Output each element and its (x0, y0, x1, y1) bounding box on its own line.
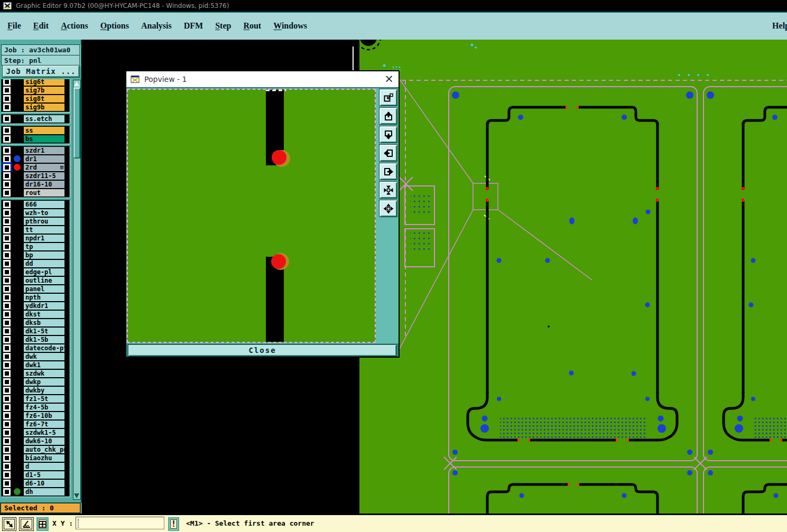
layer-visibility-checkbox[interactable] (3, 268, 11, 276)
pan-right-button[interactable] (379, 163, 397, 180)
layer-row-tt[interactable]: tt (2, 226, 69, 234)
layer-expand-icon[interactable]: ⊞ (60, 164, 63, 171)
layer-row-szdr1[interactable]: szdr1 (2, 146, 69, 155)
layer-visibility-checkbox[interactable] (3, 201, 11, 208)
layer-name[interactable]: 2rd (24, 164, 64, 171)
layer-visibility-checkbox[interactable] (3, 370, 11, 377)
layer-name[interactable]: npdr1 (24, 235, 64, 242)
pan-down-button[interactable] (379, 126, 397, 143)
layer-row-datecode-pt[interactable]: datecode-pt (2, 344, 69, 352)
layer-name[interactable]: sig7b (24, 87, 64, 94)
layer-name[interactable]: dk1-5t (24, 328, 64, 335)
layer-row-sig9b[interactable]: sig9b (2, 103, 69, 111)
layer-row-dk1-5t[interactable]: dk1-5t (2, 327, 69, 335)
layer-name[interactable]: sig9b (24, 104, 64, 111)
layer-visibility-checkbox[interactable] (3, 421, 11, 428)
layer-row-dwk[interactable]: dwk (2, 352, 69, 361)
layer-name[interactable]: fz1-5t (24, 395, 64, 403)
layer-row-dk1-5b[interactable]: dk1-5b (2, 335, 69, 344)
layer-name[interactable]: d1-5 (24, 471, 64, 479)
layer-visibility-checkbox[interactable] (3, 294, 11, 301)
layer-row-ydkdr1[interactable]: ydkdr1 (2, 302, 69, 310)
layer-name[interactable]: tp (24, 243, 64, 250)
layer-name[interactable]: fz4-5b (24, 404, 64, 411)
layer-name[interactable]: 666 (24, 201, 64, 208)
measure-angle-button[interactable] (19, 517, 34, 531)
xy-coordinate-input[interactable] (76, 517, 164, 529)
layer-row-d[interactable]: d (2, 462, 69, 471)
layer-visibility-checkbox[interactable] (3, 328, 11, 335)
layer-visibility-checkbox[interactable] (3, 164, 11, 171)
scrollbar-thumb[interactable] (73, 88, 80, 158)
layer-row-szdwk[interactable]: szdwk (2, 369, 69, 378)
layer-row-fz4-5b[interactable]: fz4-5b (2, 403, 69, 412)
menu-dfm[interactable]: DFM (184, 21, 203, 31)
layer-name[interactable]: dwk1 (24, 361, 64, 369)
layer-row-dwk6-10[interactable]: dwk6-10 (2, 437, 69, 445)
layer-row-edge-pl[interactable]: edge-pl (2, 268, 69, 276)
layer-row-rout[interactable]: rout (2, 189, 69, 197)
layer-visibility-checkbox[interactable] (3, 378, 11, 386)
layer-name[interactable]: biaozhu (24, 454, 64, 462)
layer-row-dr1[interactable]: dr1 (2, 155, 69, 163)
popview-titlebar[interactable]: Popview - 1 × (126, 71, 399, 88)
layer-visibility-checkbox[interactable] (3, 446, 11, 453)
layer-row-ss.etch[interactable]: ss.etch (2, 115, 69, 123)
layer-row-npth[interactable]: npth (2, 293, 69, 302)
layer-visibility-checkbox[interactable] (3, 172, 11, 180)
layer-visibility-checkbox[interactable] (3, 251, 11, 259)
menu-rout[interactable]: Rout (243, 21, 261, 31)
layer-visibility-checkbox[interactable] (3, 480, 11, 487)
menu-file[interactable]: File (7, 21, 21, 31)
measure-distance-button[interactable] (2, 517, 16, 531)
layer-row-dr16-10[interactable]: dr16-10 (2, 180, 69, 189)
layer-visibility-checkbox[interactable] (3, 412, 11, 419)
layer-visibility-checkbox[interactable] (3, 437, 11, 445)
layer-name[interactable]: datecode-pt (24, 344, 64, 352)
layer-name[interactable]: sig6t (24, 79, 64, 86)
layer-row-fz6-10b[interactable]: fz6-10b (2, 412, 69, 420)
menu-windows[interactable]: Windows (273, 21, 307, 31)
layer-name[interactable]: szdwk (24, 370, 64, 377)
layer-visibility-checkbox[interactable] (3, 243, 11, 250)
layer-name[interactable]: auto_chk_pnl (24, 446, 64, 453)
layer-visibility-checkbox[interactable] (3, 218, 11, 225)
layer-visibility-checkbox[interactable] (3, 235, 11, 242)
menu-actions[interactable]: Actions (61, 21, 88, 31)
layer-visibility-checkbox[interactable] (3, 319, 11, 326)
layer-name[interactable]: ss (24, 127, 64, 134)
layer-visibility-checkbox[interactable] (3, 344, 11, 352)
zoom-out-button[interactable] (379, 200, 397, 217)
copy-to-main-button[interactable] (379, 89, 397, 106)
layer-visibility-checkbox[interactable] (3, 104, 11, 111)
layer-name[interactable]: szdwk1-5 (24, 429, 64, 436)
layer-row-bs[interactable]: bs (2, 135, 69, 143)
layer-name[interactable]: dwkp (24, 378, 64, 386)
layer-row-bp[interactable]: bp (2, 251, 69, 259)
layer-visibility-checkbox[interactable] (3, 95, 11, 102)
layer-row-fz6-7t[interactable]: fz6-7t (2, 420, 69, 428)
layer-row-outline[interactable]: outline (2, 276, 69, 285)
layer-name[interactable]: dk1-5b (24, 336, 64, 343)
layer-row-szdr11-5[interactable]: szdr11-5 (2, 172, 69, 180)
layer-row-auto_chk_pnl[interactable]: auto_chk_pnl (2, 445, 69, 454)
layer-name[interactable]: tt (24, 226, 64, 234)
layer-name[interactable]: d6-10 (24, 480, 64, 487)
menu-analysis[interactable]: Analysis (141, 21, 172, 31)
layer-visibility-checkbox[interactable] (3, 87, 11, 94)
layer-row-npdr1[interactable]: npdr1 (2, 234, 69, 242)
layer-row-sig8t[interactable]: sig8t (2, 95, 69, 103)
layer-visibility-checkbox[interactable] (3, 395, 11, 403)
layer-list-scrollbar[interactable] (73, 80, 81, 500)
layer-name[interactable]: ydkdr1 (24, 302, 64, 310)
layer-visibility-checkbox[interactable] (3, 471, 11, 479)
scroll-down-icon[interactable] (74, 493, 79, 498)
layer-row-dkst[interactable]: dkst (2, 310, 69, 319)
menu-options[interactable]: Options (100, 21, 129, 31)
pan-left-button[interactable] (379, 144, 397, 162)
layer-name[interactable]: sig8t (24, 95, 64, 102)
layer-name[interactable]: outline (24, 277, 64, 284)
alert-button[interactable]: ! (168, 517, 179, 531)
layer-name[interactable]: fz6-7t (24, 421, 64, 428)
layer-visibility-checkbox[interactable] (3, 429, 11, 436)
